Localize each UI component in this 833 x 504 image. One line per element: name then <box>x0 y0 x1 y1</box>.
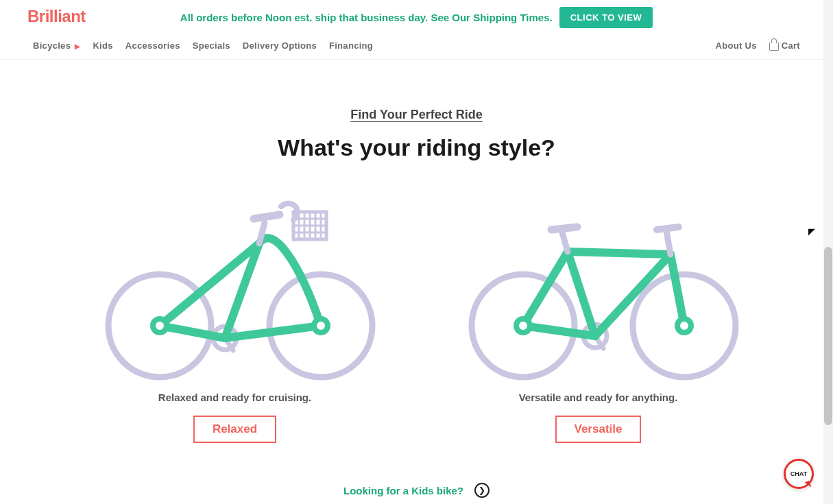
chat-widget-label: CHAT <box>790 470 807 477</box>
svg-point-4 <box>153 319 167 333</box>
nav-cart-label: Cart <box>782 40 800 51</box>
scrollbar-track[interactable] <box>823 0 833 504</box>
relaxed-button[interactable]: Relaxed <box>193 416 276 443</box>
svg-point-9 <box>516 319 530 333</box>
nav-specials[interactable]: Specials <box>193 40 230 51</box>
main-content: Find Your Perfect Ride What's your ridin… <box>0 60 833 498</box>
announcement-bar: Brilliant All orders before Noon est. sh… <box>0 0 833 32</box>
relaxed-description: Relaxed and ready for cruising. <box>158 392 311 403</box>
nav-left-group: Bicycles ▶ Kids Accessories Specials Del… <box>33 40 373 51</box>
main-nav: Bicycles ▶ Kids Accessories Specials Del… <box>0 32 833 60</box>
nav-financing[interactable]: Financing <box>329 40 373 51</box>
versatile-button[interactable]: Versatile <box>555 416 642 443</box>
nav-right-group: About Us Cart <box>716 40 800 51</box>
nav-accessories[interactable]: Accessories <box>125 40 180 51</box>
style-options-row: Relaxed and ready for cruising. Relaxed <box>0 182 833 443</box>
arrow-right-circle-icon[interactable]: ❯ <box>474 483 490 498</box>
option-relaxed[interactable]: Relaxed and ready for cruising. Relaxed <box>88 182 383 443</box>
relaxed-bike-icon <box>88 182 383 381</box>
shipping-banner-text[interactable]: All orders before Noon est. ship that bu… <box>180 12 553 23</box>
cart-icon <box>769 43 779 51</box>
brand-logo[interactable]: Brilliant <box>27 7 86 26</box>
scrollbar-thumb[interactable] <box>824 247 832 425</box>
versatile-bike-icon <box>451 182 746 381</box>
option-versatile[interactable]: Versatile and ready for anything. Versat… <box>451 182 746 443</box>
chevron-right-icon: ▶ <box>75 43 80 50</box>
versatile-description: Versatile and ready for anything. <box>519 392 678 403</box>
nav-kids[interactable]: Kids <box>93 40 112 51</box>
nav-bicycles[interactable]: Bicycles ▶ <box>33 40 80 51</box>
svg-point-10 <box>677 319 691 333</box>
kids-bike-row: Looking for a Kids bike? ❯ <box>0 483 833 498</box>
find-ride-link[interactable]: Find Your Perfect Ride <box>0 108 833 122</box>
nav-cart[interactable]: Cart <box>769 40 800 51</box>
nav-about[interactable]: About Us <box>716 40 757 51</box>
svg-point-5 <box>314 319 328 333</box>
nav-delivery[interactable]: Delivery Options <box>243 40 317 51</box>
shipping-banner-button[interactable]: CLICK TO VIEW <box>559 7 653 28</box>
riding-style-headline: What's your riding style? <box>0 134 833 161</box>
nav-bicycles-label: Bicycles <box>33 40 71 51</box>
chat-widget-button[interactable]: CHAT <box>784 459 814 489</box>
kids-bike-link[interactable]: Looking for a Kids bike? <box>343 485 463 496</box>
